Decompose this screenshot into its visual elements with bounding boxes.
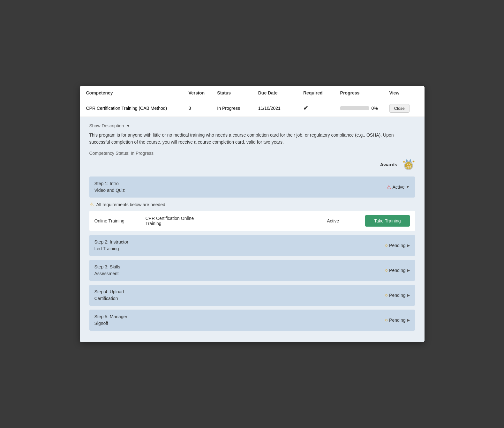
step-5-status: ○ Pending ▶ (385, 317, 410, 323)
warning-text: All requirements below are needed (96, 202, 165, 207)
show-description-label: Show Description (89, 123, 124, 128)
active-icon: ⚠ (387, 184, 391, 190)
chevron-icon: ▼ (406, 185, 410, 189)
step-4-status: ○ Pending ▶ (385, 292, 410, 298)
competency-status-value: In Progress (131, 151, 154, 156)
training-name: CPR Certification OnlineTraining (146, 216, 327, 226)
required-checkmark: ✔ (303, 105, 308, 111)
table-header: Competency Version Status Due Date Requi… (80, 86, 425, 100)
step-3-status-label: Pending (389, 268, 405, 273)
competency-status-label: Competency Status: (89, 151, 130, 156)
progress-bar-container: 0% (340, 106, 389, 111)
medal-icon: ★ ★ ★ (402, 158, 415, 171)
col-due-date: Due Date (258, 90, 303, 95)
chevron-down-icon: ▼ (126, 123, 130, 128)
training-type: Online Training (94, 218, 146, 223)
col-competency: Competency (86, 90, 189, 95)
step-3-status: ○ Pending ▶ (385, 267, 410, 273)
col-status: Status (217, 90, 258, 95)
chevron-icon-4: ▶ (407, 293, 410, 297)
cell-competency: CPR Certification Training (CAB Method) (86, 106, 189, 111)
step-5-label: Step 5: ManagerSignoff (94, 313, 128, 327)
cell-due-date: 11/10/2021 (258, 106, 303, 111)
description-section: Show Description ▼ This program is for a… (80, 117, 425, 342)
chevron-icon-2: ▶ (407, 243, 410, 248)
step-row-5[interactable]: Step 5: ManagerSignoff ○ Pending ▶ (89, 310, 415, 331)
main-card: Competency Version Status Due Date Requi… (80, 86, 425, 342)
chevron-icon-5: ▶ (407, 318, 410, 322)
step-1-status: ⚠ Active ▼ (387, 184, 410, 190)
step-2-status: ○ Pending ▶ (385, 243, 410, 248)
col-version: Version (188, 90, 217, 95)
cell-version: 3 (188, 106, 217, 111)
description-text: This program is for anyone with little o… (89, 131, 415, 146)
step-row-3[interactable]: Step 3: SkillsAssessment ○ Pending ▶ (89, 260, 415, 281)
step-4-label: Step 4: UploadCertification (94, 289, 124, 302)
chevron-icon-3: ▶ (407, 268, 410, 273)
awards-label: Awards: (380, 162, 399, 167)
cell-progress: 0% (340, 106, 389, 111)
col-view: View (389, 90, 418, 95)
step-5-status-label: Pending (389, 318, 405, 323)
svg-text:★: ★ (402, 160, 405, 163)
cell-status: In Progress (217, 106, 258, 111)
warning-icon: ⚠ (89, 201, 94, 207)
step-2-label: Step 2: InstructorLed Training (94, 239, 129, 252)
pending-icon-2: ○ (385, 243, 388, 248)
show-description-button[interactable]: Show Description ▼ (89, 123, 131, 131)
col-required: Required (303, 90, 340, 95)
competency-status: Competency Status: In Progress (89, 151, 415, 156)
close-button[interactable]: Close (389, 104, 410, 113)
table-row: CPR Certification Training (CAB Method) … (80, 100, 425, 117)
pending-icon-3: ○ (385, 267, 388, 273)
progress-pct-label: 0% (372, 106, 378, 111)
step-1-label: Step 1: IntroVideo and Quiz (94, 180, 125, 194)
svg-text:★: ★ (412, 160, 415, 163)
step-3-label: Step 3: SkillsAssessment (94, 264, 120, 277)
col-progress: Progress (340, 90, 389, 95)
awards-row: Awards: ★ ★ ★ (89, 158, 415, 171)
take-training-button[interactable]: Take Training (365, 215, 410, 227)
cell-required: ✔ (303, 105, 340, 112)
step-2-status-label: Pending (389, 243, 405, 248)
pending-icon-4: ○ (385, 292, 388, 298)
cell-view: Close (389, 104, 418, 113)
step-row-1[interactable]: Step 1: IntroVideo and Quiz ⚠ Active ▼ (89, 176, 415, 198)
step-row-2[interactable]: Step 2: InstructorLed Training ○ Pending… (89, 235, 415, 256)
progress-bar (340, 106, 369, 110)
warning-row: ⚠ All requirements below are needed (89, 201, 415, 207)
training-status: Active (327, 218, 365, 223)
step-1-status-label: Active (392, 184, 404, 190)
online-training-card: Online Training CPR Certification Online… (89, 211, 415, 231)
step-4-status-label: Pending (389, 293, 405, 298)
step-row-4[interactable]: Step 4: UploadCertification ○ Pending ▶ (89, 285, 415, 306)
pending-icon-5: ○ (385, 317, 388, 323)
